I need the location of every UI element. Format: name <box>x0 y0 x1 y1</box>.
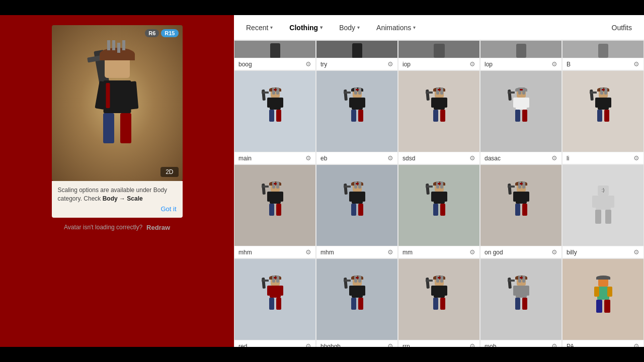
outfit-footer: boog ⚙ <box>234 58 315 70</box>
outfit-footer: lop ⚙ <box>480 58 561 70</box>
list-item[interactable]: sdsd ⚙ <box>398 70 480 164</box>
outfit-footer: sdsd ⚙ <box>398 152 479 164</box>
top-nav: Recent ▾ Clothing ▾ Body ▾ Animations ▾ … <box>234 15 644 40</box>
left-panel: R6 R15 2D Scaling options are available … <box>0 15 234 347</box>
outfit-thumbnail <box>234 165 315 246</box>
gear-icon[interactable]: ⚙ <box>633 342 639 347</box>
list-item[interactable]: boog ⚙ <box>234 40 316 70</box>
outfit-footer: billy ⚙ <box>562 246 643 258</box>
nav-outfits-label: Outfits <box>612 24 632 32</box>
thumb-iop-partial <box>398 41 479 58</box>
outfit-thumbnail <box>398 165 479 246</box>
gear-icon[interactable]: ⚙ <box>551 248 557 256</box>
list-item[interactable]: :) billy ⚙ <box>562 164 644 258</box>
outfit-thumbnail <box>234 71 315 152</box>
nav-recent[interactable]: Recent ▾ <box>239 20 280 36</box>
list-item[interactable]: B ⚙ <box>562 40 644 70</box>
list-item[interactable]: mhm ⚙ <box>234 164 316 258</box>
thumb-boog-partial <box>234 41 315 58</box>
gear-icon[interactable]: ⚙ <box>633 248 639 256</box>
list-item[interactable]: dasac ⚙ <box>480 70 562 164</box>
gear-icon[interactable]: ⚙ <box>387 342 393 347</box>
outfit-thumbnail <box>562 71 643 152</box>
outfit-name: hhghgh <box>320 343 341 347</box>
list-item[interactable]: PA ⚙ <box>562 258 644 347</box>
outfit-name: B <box>567 61 571 68</box>
list-item[interactable]: on god ⚙ <box>480 164 562 258</box>
nav-body-chevron: ▾ <box>357 25 360 30</box>
outfit-name: sdsd <box>403 155 415 162</box>
thumb-b-partial <box>562 41 643 58</box>
list-item[interactable]: rrp ⚙ <box>398 258 480 347</box>
outfit-footer: dasac ⚙ <box>480 152 561 164</box>
list-item[interactable]: li ⚙ <box>562 70 644 164</box>
thumb-lop-partial <box>480 41 561 58</box>
outfit-footer: red ⚙ <box>234 340 315 347</box>
info-text: Scaling options are available under Body… <box>58 186 177 203</box>
list-item[interactable]: hhghgh ⚙ <box>316 258 398 347</box>
nav-clothing[interactable]: Clothing ▾ <box>282 20 330 36</box>
partial-top-grid: boog ⚙ try ⚙ <box>234 40 644 70</box>
avatar-viewport: R6 R15 2D <box>52 25 183 181</box>
outfit-thumbnail <box>480 165 561 246</box>
letterbox-bottom <box>0 347 644 362</box>
grid-area: boog ⚙ try ⚙ <box>234 40 644 347</box>
outfit-name: PA <box>567 343 574 347</box>
list-item[interactable]: mhm ⚙ <box>316 164 398 258</box>
outfit-name: main <box>238 155 252 162</box>
outfit-thumbnail <box>398 259 479 340</box>
outfit-grid: main ⚙ <box>234 70 644 347</box>
outfit-thumbnail: :) <box>562 165 643 246</box>
list-item[interactable]: mm ⚙ <box>398 164 480 258</box>
outfit-footer: eb ⚙ <box>316 152 397 164</box>
outfit-thumbnail <box>316 165 397 246</box>
list-item[interactable]: mob ⚙ <box>480 258 562 347</box>
gear-icon[interactable]: ⚙ <box>469 60 475 68</box>
gear-icon[interactable]: ⚙ <box>551 342 557 347</box>
outfit-name: try <box>320 61 327 68</box>
gear-icon[interactable]: ⚙ <box>387 248 393 256</box>
list-item[interactable]: eb ⚙ <box>316 70 398 164</box>
badge-r6[interactable]: R6 <box>145 29 159 37</box>
got-it-link[interactable]: Got it <box>58 205 177 213</box>
outfit-thumbnail <box>480 71 561 152</box>
avatar-leg-left <box>103 113 114 143</box>
gear-icon[interactable]: ⚙ <box>305 248 311 256</box>
outfit-footer: mm ⚙ <box>398 246 479 258</box>
nav-outfits[interactable]: Outfits <box>605 20 639 36</box>
gear-icon[interactable]: ⚙ <box>305 154 311 162</box>
outfit-thumbnail <box>316 259 397 340</box>
redraw-button[interactable]: Redraw <box>146 224 170 231</box>
letterbox-top <box>0 0 644 15</box>
nav-animations[interactable]: Animations ▾ <box>369 20 423 36</box>
gear-icon[interactable]: ⚙ <box>305 342 311 347</box>
gear-icon[interactable]: ⚙ <box>305 60 311 68</box>
right-panel: Recent ▾ Clothing ▾ Body ▾ Animations ▾ … <box>234 15 644 347</box>
gear-icon[interactable]: ⚙ <box>387 154 393 162</box>
list-item[interactable]: main ⚙ <box>234 70 316 164</box>
outfit-name: on god <box>485 249 503 256</box>
gear-icon[interactable]: ⚙ <box>469 248 475 256</box>
outfit-name: iop <box>403 61 411 68</box>
gear-icon[interactable]: ⚙ <box>551 60 557 68</box>
outfit-thumbnail <box>316 71 397 152</box>
outfit-name: li <box>567 155 569 162</box>
gear-icon[interactable]: ⚙ <box>633 154 639 162</box>
gear-icon[interactable]: ⚙ <box>551 154 557 162</box>
gear-icon[interactable]: ⚙ <box>469 154 475 162</box>
list-item[interactable]: iop ⚙ <box>398 40 480 70</box>
list-item[interactable]: red ⚙ <box>234 258 316 347</box>
gear-icon[interactable]: ⚙ <box>387 60 393 68</box>
badge-row: R6 R15 <box>145 29 178 37</box>
list-item[interactable]: lop ⚙ <box>480 40 562 70</box>
nav-body[interactable]: Body ▾ <box>332 20 367 36</box>
btn-2d[interactable]: 2D <box>160 167 178 177</box>
gear-icon[interactable]: ⚙ <box>469 342 475 347</box>
avatar-torso <box>103 80 131 113</box>
badge-r15[interactable]: R15 <box>161 29 178 37</box>
gear-icon[interactable]: ⚙ <box>633 60 639 68</box>
outfit-name: dasac <box>485 155 501 162</box>
outfit-footer: iop ⚙ <box>398 58 479 70</box>
outfit-name: rrp <box>403 343 410 347</box>
list-item[interactable]: try ⚙ <box>316 40 398 70</box>
